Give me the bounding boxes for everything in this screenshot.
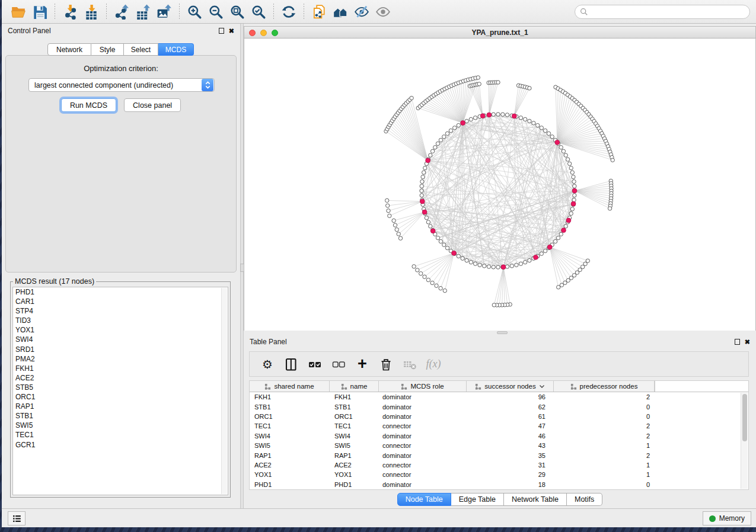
result-node[interactable]: PMA2 (13, 354, 228, 364)
mcds-result-list[interactable]: PHD1CAR1STP4TID3YOX1SWI4SRD1PMA2FKH1ACE2… (12, 287, 228, 495)
cell: YOX1 (330, 471, 379, 478)
result-node[interactable]: SWI4 (13, 335, 228, 344)
search-input[interactable] (591, 8, 745, 16)
zoom-in-icon[interactable] (184, 3, 205, 21)
hide-selected-icon[interactable] (352, 3, 372, 21)
column-header-MCDS-role[interactable]: MCDS role (379, 381, 467, 392)
close-panel-icon[interactable]: ✖ (229, 28, 234, 34)
close-panel-button[interactable]: Close panel (124, 98, 181, 112)
minimize-window-icon[interactable] (260, 30, 267, 36)
tab-select[interactable]: Select (124, 43, 158, 56)
ring-nodes[interactable] (420, 113, 576, 269)
tab-mcds[interactable]: MCDS (158, 43, 194, 56)
table-row[interactable]: ACE2ACE2connector311 (250, 460, 748, 470)
result-node[interactable]: PHD1 (13, 287, 228, 297)
column-header-name[interactable]: name (330, 381, 379, 392)
table-row[interactable]: TEC1TEC1connector472 (250, 421, 748, 431)
column-header-successor-nodes[interactable]: successor nodes (467, 381, 554, 392)
scrollbar-thumb[interactable] (742, 394, 747, 441)
table-row[interactable]: ORC1ORC1dominator610 (250, 412, 748, 421)
result-node[interactable]: STP4 (13, 306, 228, 316)
cell: SWI4 (250, 432, 330, 440)
gear-icon[interactable]: ⚙ (257, 354, 278, 374)
show-all-icon[interactable] (373, 3, 393, 21)
cell: 2 (554, 432, 655, 440)
tab-motifs[interactable]: Motifs (567, 493, 602, 506)
result-node[interactable]: RAP1 (13, 402, 228, 411)
splitter-grip[interactable] (497, 331, 508, 334)
network-graph[interactable] (244, 39, 755, 331)
control-panel-titlebar: Control Panel ✖ (2, 24, 240, 38)
memory-button[interactable]: Memory (703, 511, 751, 525)
table-scrollbar[interactable] (741, 393, 748, 489)
cell: 0 (554, 481, 655, 488)
result-node[interactable]: ACE2 (13, 373, 228, 383)
result-node[interactable]: CAR1 (13, 297, 228, 306)
export-table-icon[interactable] (133, 3, 153, 21)
criterion-select[interactable]: largest connected component (undirected) (28, 78, 215, 92)
tab-node-table[interactable]: Node Table (397, 493, 451, 506)
status-bar: Memory (2, 508, 756, 527)
attribute-icon (341, 383, 347, 390)
tab-style[interactable]: Style (91, 43, 124, 56)
close-panel-icon[interactable]: ✖ (745, 339, 750, 345)
table-row[interactable]: STB1STB1dominator620 (250, 402, 748, 411)
result-node[interactable]: ORC1 (13, 392, 228, 402)
table-row[interactable]: SWI5SWI5connector431 (250, 441, 748, 450)
delete-icon[interactable] (375, 354, 397, 374)
select-all-icon[interactable] (304, 354, 326, 374)
add-icon[interactable]: + (352, 354, 373, 374)
network-canvas[interactable] (244, 39, 755, 331)
tab-edge-table[interactable]: Edge Table (451, 493, 504, 506)
cell: 43 (467, 442, 554, 449)
network-window-titlebar[interactable]: YPA_prune.txt_1 (244, 27, 755, 39)
column-header-shared-name[interactable]: shared name (250, 381, 330, 392)
save-session-icon[interactable] (30, 3, 50, 21)
float-panel-icon[interactable] (735, 339, 740, 345)
cell: dominator (379, 432, 467, 440)
import-network-icon[interactable] (60, 3, 80, 21)
run-mcds-button[interactable]: Run MCDS (61, 98, 116, 112)
result-node[interactable]: GCR1 (13, 440, 228, 450)
table-tabs: Node TableEdge TableNetwork TableMotifs (244, 493, 756, 506)
column-header-predecessor-nodes[interactable]: predecessor nodes (554, 381, 655, 392)
tab-network-table[interactable]: Network Table (504, 493, 567, 506)
table-panel-title: Table Panel (250, 338, 287, 346)
maximize-window-icon[interactable] (272, 30, 278, 36)
search-field[interactable] (575, 5, 750, 19)
attribute-icon (475, 383, 481, 390)
refresh-icon[interactable] (279, 3, 299, 21)
table-row[interactable]: YOX1YOX1connector291 (250, 470, 748, 479)
result-node[interactable]: TID3 (13, 316, 228, 325)
export-network-icon[interactable] (111, 3, 132, 21)
result-node[interactable]: STB5 (13, 383, 228, 392)
table-row[interactable]: SWI4SWI4dominator462 (250, 431, 748, 441)
zoom-selected-icon[interactable] (248, 3, 269, 21)
result-node[interactable]: YOX1 (13, 325, 228, 335)
close-window-icon[interactable] (249, 30, 256, 36)
result-node[interactable]: TEC1 (13, 430, 228, 440)
zoom-out-icon[interactable] (206, 3, 226, 21)
table-row[interactable]: FKH1FKH1dominator962 (250, 392, 748, 402)
result-list-scrollbar[interactable] (221, 288, 227, 494)
table-row[interactable]: PHD1PHD1dominator180 (250, 480, 748, 489)
first-neighbors-icon[interactable] (330, 3, 350, 21)
result-node[interactable]: STB1 (13, 411, 228, 421)
mcds-result-title: MCDS result (17 nodes) (13, 277, 96, 286)
export-image-icon[interactable] (154, 3, 174, 21)
result-node[interactable]: SWI5 (13, 421, 228, 430)
table-row[interactable]: RAP1RAP1dominator352 (250, 450, 748, 460)
zoom-fit-icon[interactable] (227, 3, 247, 21)
result-node[interactable]: FKH1 (13, 364, 228, 373)
clone-network-icon[interactable] (309, 3, 329, 21)
task-history-button[interactable] (8, 511, 25, 525)
tab-network[interactable]: Network (47, 43, 91, 56)
result-node[interactable]: SRD1 (13, 345, 228, 354)
horizontal-splitter[interactable] (244, 331, 756, 335)
deselect-all-icon[interactable] (328, 354, 349, 374)
cell: dominator (379, 413, 467, 420)
split-panel-icon[interactable] (280, 354, 302, 374)
open-session-icon[interactable] (8, 3, 28, 21)
float-panel-icon[interactable] (219, 28, 224, 34)
import-table-icon[interactable] (81, 3, 101, 21)
